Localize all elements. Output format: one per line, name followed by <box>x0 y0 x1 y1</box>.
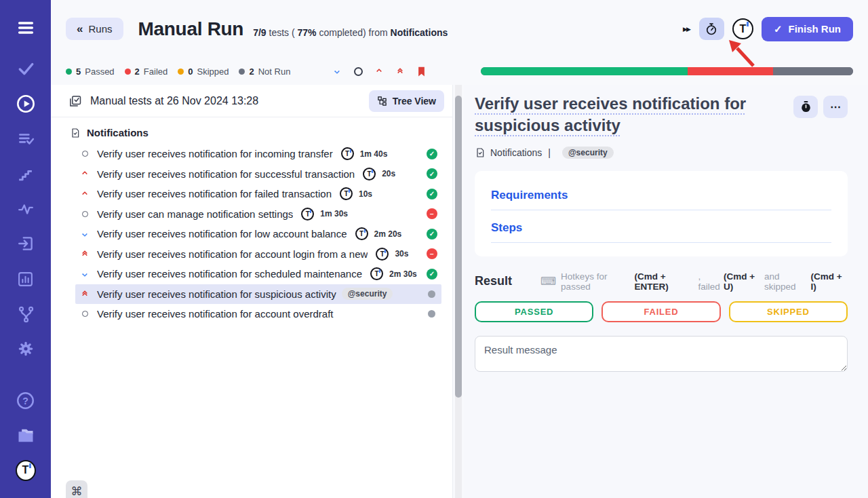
menu-icon[interactable] <box>16 18 36 38</box>
document-check-icon <box>475 147 486 158</box>
test-duration: 30s <box>395 249 408 258</box>
failed-count: 2 Failed <box>125 66 168 77</box>
breadcrumb-suite[interactable]: Notifications <box>490 147 542 158</box>
check-icon[interactable] <box>16 58 36 79</box>
test-row-title: Verify user receives notification for fa… <box>97 188 332 199</box>
hotkey-skipped: (Cmd + I) <box>810 271 848 292</box>
result-header: Result ⌨ Hotkeys for passed (Cmd + ENTER… <box>475 271 848 292</box>
test-row-tag: @security <box>342 288 393 300</box>
filter-circle-icon[interactable] <box>353 66 363 77</box>
failed-dot <box>125 69 131 75</box>
test-row[interactable]: Verify user receives notification for sc… <box>75 264 441 284</box>
pulse-icon[interactable] <box>16 199 36 219</box>
tree-view-label: Tree View <box>393 96 436 107</box>
status-passed-icon: ✓ <box>427 229 437 240</box>
security-tag[interactable]: @security <box>562 147 614 159</box>
status-passed-icon: ✓ <box>427 168 437 179</box>
filter-chevron-down-icon[interactable] <box>332 66 342 77</box>
test-row[interactable]: Verify user receives notification for lo… <box>75 224 441 244</box>
test-row[interactable]: Verify user receives notification for in… <box>75 144 441 164</box>
filter-chevron-up-icon[interactable] <box>374 66 384 77</box>
progress-segment-passed <box>481 67 687 75</box>
hotkey-passed: (Cmd + ENTER) <box>635 271 698 292</box>
header: « Runs Manual Run 7/9 tests ( 77% comple… <box>51 0 868 58</box>
suite-name: Notifications <box>87 127 149 138</box>
priority-low-icon <box>79 272 90 276</box>
run-summary: 7/9 tests ( 77% completed) from Notifica… <box>253 27 448 38</box>
status-bar: 5 Passed 2 Failed 0 Skipped 2 Not Run <box>51 58 868 85</box>
skipped-dot <box>178 69 184 75</box>
filter-double-chevron-up-icon[interactable] <box>395 66 406 77</box>
status-notrun-icon <box>428 290 435 298</box>
list-check-icon[interactable] <box>16 129 36 149</box>
test-duration: 10s <box>359 189 372 199</box>
test-row[interactable]: Verify user receives notification for ac… <box>75 244 441 265</box>
test-duration: 2m 20s <box>374 229 402 239</box>
test-duration: 1m 30s <box>320 209 348 218</box>
priority-normal-icon <box>79 151 90 157</box>
finish-run-label: Finish Run <box>789 23 842 35</box>
stopwatch-icon <box>800 100 812 113</box>
test-duration: 1m 40s <box>360 149 388 159</box>
filter-bookmark-icon[interactable] <box>416 66 427 77</box>
test-logo-icon: T <box>363 168 376 180</box>
test-title[interactable]: Verify user receives notification for su… <box>475 93 799 137</box>
test-row-title: Verify user receives notification for sc… <box>97 268 362 280</box>
finish-run-button[interactable]: ✓ Finish Run <box>762 17 853 41</box>
test-row[interactable]: Verify user receives notification for fa… <box>75 184 441 204</box>
test-logo-icon: T <box>376 248 389 261</box>
hotkey-failed: (Cmd + U) <box>724 271 764 292</box>
priority-urgent-icon <box>79 291 90 297</box>
test-details-card: Requirements Steps <box>475 171 848 256</box>
test-logo-icon: T <box>370 267 383 280</box>
stopwatch-icon <box>705 22 718 36</box>
test-row[interactable]: Verify user receives notification for su… <box>75 284 441 305</box>
test-row[interactable]: Verify user receives notification for ac… <box>75 304 441 324</box>
branch-icon[interactable] <box>16 304 36 324</box>
app-logo[interactable]: T <box>732 18 753 39</box>
requirements-heading[interactable]: Requirements <box>491 189 831 210</box>
test-row[interactable]: Verify user can manage notification sett… <box>75 204 441 225</box>
folder-icon[interactable] <box>16 425 36 446</box>
gear-icon[interactable] <box>16 339 36 359</box>
more-options-button[interactable]: ⋯ <box>823 96 848 118</box>
brand-logo[interactable]: T <box>16 460 36 480</box>
tree-view-icon <box>377 96 387 106</box>
help-icon[interactable]: ? <box>16 390 36 410</box>
scrollbar-thumb[interactable] <box>455 96 462 398</box>
scrollbar[interactable] <box>453 85 464 498</box>
skipped-button[interactable]: SKIPPED <box>729 301 848 322</box>
failed-button[interactable]: FAILED <box>601 301 720 322</box>
keyboard-icon: ⌨ <box>540 275 556 288</box>
import-icon[interactable] <box>16 233 36 254</box>
test-row-title: Verify user receives notification for ac… <box>97 308 334 320</box>
double-chevron-left-icon: « <box>77 23 83 35</box>
timer-button[interactable] <box>699 18 724 40</box>
detail-timer-button[interactable] <box>793 96 818 118</box>
detail-panel: Verify user receives notification for su… <box>464 85 868 498</box>
document-check-icon <box>70 128 81 138</box>
priority-high-icon <box>79 172 90 176</box>
steps-heading[interactable]: Steps <box>491 221 831 243</box>
test-row-title: Verify user receives notification for su… <box>97 288 336 300</box>
result-heading: Result <box>475 274 512 288</box>
status-passed-icon: ✓ <box>427 149 437 159</box>
test-logo-icon: T <box>301 208 314 221</box>
passed-dot <box>66 69 72 75</box>
percent-completed: 77% <box>298 27 317 38</box>
chart-icon[interactable] <box>16 269 36 289</box>
notrun-dot <box>239 69 245 75</box>
test-row-title: Verify user can manage notification sett… <box>97 208 293 220</box>
play-circle-icon[interactable] <box>16 94 36 114</box>
result-message-input[interactable] <box>475 336 848 372</box>
skipped-count: 0 Skipped <box>178 66 229 77</box>
test-row[interactable]: Verify user receives notification for su… <box>75 164 441 185</box>
fast-forward-icon[interactable]: ▶▶ <box>683 26 690 33</box>
suite-row[interactable]: Notifications <box>66 124 441 144</box>
back-to-runs-button[interactable]: « Runs <box>66 18 123 40</box>
test-row-title: Verify user receives notification for su… <box>97 168 355 180</box>
priority-filters <box>332 66 427 77</box>
passed-button[interactable]: PASSED <box>475 301 593 322</box>
tree-view-button[interactable]: Tree View <box>369 90 444 112</box>
stairs-icon[interactable] <box>16 164 36 184</box>
